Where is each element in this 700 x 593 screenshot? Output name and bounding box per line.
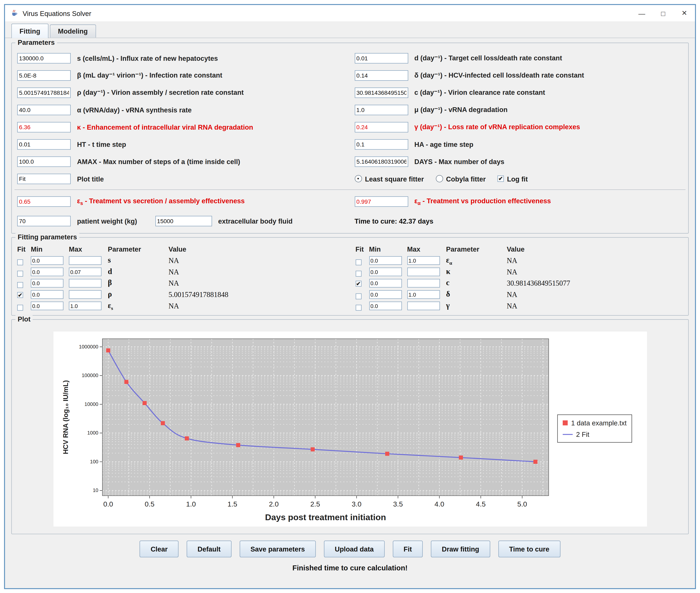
status-text: Finished time to cure calculation! — [11, 564, 689, 572]
param-name: d — [108, 267, 169, 277]
title-bar: Virus Equations Solver — □ ✕ — [5, 5, 695, 22]
input-amax[interactable] — [17, 156, 71, 166]
input-ha[interactable] — [355, 139, 408, 149]
input-beta[interactable] — [17, 70, 71, 80]
button-row: Clear Default Save parameters Upload dat… — [11, 541, 689, 557]
input-plot-title[interactable] — [17, 173, 71, 184]
param-row-s: s (cells/mL) - Influx rate of new hepato… — [17, 49, 351, 67]
header-parameter: Parameter — [108, 245, 169, 253]
param-name: εα — [446, 256, 507, 266]
param-row-delta: δ (day⁻¹) - HCV-infected cell loss/death… — [355, 67, 688, 84]
input-mu[interactable] — [355, 105, 408, 115]
time-to-cure-group: Time to cure: 42.37 days — [351, 217, 688, 225]
max-input[interactable] — [69, 256, 101, 265]
fit-checkbox[interactable] — [17, 282, 23, 288]
default-button[interactable]: Default — [187, 541, 231, 557]
parameters-grid: s (cells/mL) - Influx rate of new hepato… — [12, 49, 688, 187]
input-eps-alpha[interactable] — [355, 196, 408, 207]
legend-swatch-series-1 — [562, 434, 572, 435]
label-fluid: extracellular body fluid — [218, 217, 293, 225]
time-to-cure-button[interactable]: Time to cure — [498, 541, 560, 557]
min-input[interactable] — [369, 268, 402, 276]
input-s[interactable] — [17, 53, 71, 63]
fitting-left-header: Fit Min Max Parameter Value — [17, 243, 350, 255]
max-input[interactable] — [407, 279, 440, 288]
fit-button[interactable]: Fit — [393, 541, 423, 557]
min-input[interactable] — [31, 256, 63, 265]
max-input[interactable] — [407, 268, 440, 276]
tab-fitting[interactable]: Fitting — [11, 24, 48, 38]
max-input[interactable] — [69, 302, 101, 311]
input-d[interactable] — [355, 53, 408, 63]
least-square-radio[interactable]: ● Least square fitter — [355, 175, 424, 183]
java-icon — [10, 9, 18, 17]
fitter-row: ● Least square fitter Cobyla fitter ✔ Lo… — [355, 170, 688, 187]
fit-checkbox[interactable]: ✔ — [355, 281, 361, 286]
param-value: NA — [507, 290, 688, 299]
min-input[interactable] — [31, 290, 63, 299]
input-ht[interactable] — [17, 139, 71, 149]
min-input[interactable] — [369, 302, 402, 311]
param-name: εs — [108, 301, 169, 311]
min-input[interactable] — [31, 302, 63, 311]
upload-data-button[interactable]: Upload data — [324, 541, 385, 557]
close-icon[interactable]: ✕ — [674, 5, 695, 22]
fit-checkbox[interactable]: ✔ — [17, 292, 23, 298]
max-input[interactable] — [69, 279, 101, 288]
fit-checkbox[interactable] — [17, 271, 23, 276]
fit-checkbox[interactable] — [17, 259, 23, 265]
min-input[interactable] — [31, 279, 63, 288]
min-input[interactable] — [369, 290, 402, 299]
fit-checkbox[interactable] — [355, 293, 361, 299]
min-input[interactable] — [369, 279, 402, 288]
header-parameter: Parameter — [446, 245, 507, 253]
cobyla-radio[interactable]: Cobyla fitter — [436, 175, 486, 183]
header-max: Max — [407, 245, 446, 253]
tab-modeling[interactable]: Modeling — [50, 25, 96, 38]
fit-checkbox[interactable] — [17, 305, 23, 311]
fit-checkbox[interactable] — [355, 305, 361, 311]
param-value: NA — [169, 268, 350, 276]
clear-button[interactable]: Clear — [140, 541, 178, 557]
svg-text:10000: 10000 — [84, 401, 98, 407]
maximize-icon[interactable]: □ — [652, 5, 674, 22]
param-value: NA — [169, 279, 350, 287]
max-input[interactable] — [407, 256, 440, 265]
max-input[interactable] — [407, 290, 440, 299]
label-eps-alpha: εα - Treatment vs production effectivene… — [414, 197, 551, 206]
max-input[interactable] — [69, 290, 101, 299]
header-min: Min — [369, 245, 407, 253]
input-gamma[interactable] — [355, 122, 408, 132]
min-input[interactable] — [369, 256, 402, 265]
svg-text:3.5: 3.5 — [393, 500, 403, 508]
input-days[interactable] — [355, 156, 408, 166]
legend-label-fit: 2 Fit — [576, 430, 589, 438]
input-fluid[interactable] — [155, 216, 212, 226]
save-parameters-button[interactable]: Save parameters — [239, 541, 316, 557]
draw-fitting-button[interactable]: Draw fitting — [431, 541, 490, 557]
max-input[interactable] — [407, 302, 440, 311]
param-name: ρ — [108, 290, 169, 300]
svg-text:HCV RNA (log₁₀ IU/mL): HCV RNA (log₁₀ IU/mL) — [61, 380, 69, 454]
param-name: β — [108, 278, 169, 288]
param-value: NA — [169, 302, 350, 310]
window-title: Virus Equations Solver — [23, 9, 91, 17]
max-input[interactable] — [69, 268, 101, 276]
input-kappa[interactable] — [17, 122, 71, 132]
input-alpha[interactable] — [17, 105, 71, 115]
param-value: NA — [507, 256, 688, 265]
input-delta[interactable] — [355, 70, 408, 80]
minimize-icon[interactable]: — — [631, 5, 653, 22]
log-fit-checkbox[interactable]: ✔ Log fit — [497, 175, 528, 183]
fit-checkbox[interactable] — [355, 259, 361, 265]
input-weight[interactable] — [17, 216, 71, 226]
input-rho[interactable] — [17, 87, 71, 98]
fit-checkbox[interactable] — [355, 271, 361, 276]
input-eps-s[interactable] — [17, 196, 71, 207]
fitting-tab-content: Parameters s (cells/mL) - Influx rate of… — [5, 38, 695, 572]
fitting-section-title: Fitting parameters — [15, 233, 79, 241]
legend-item-data: 1 data example.txt — [562, 419, 627, 427]
min-input[interactable] — [31, 268, 63, 276]
input-c[interactable] — [355, 87, 408, 98]
label-weight: patient weight (kg) — [77, 217, 137, 225]
